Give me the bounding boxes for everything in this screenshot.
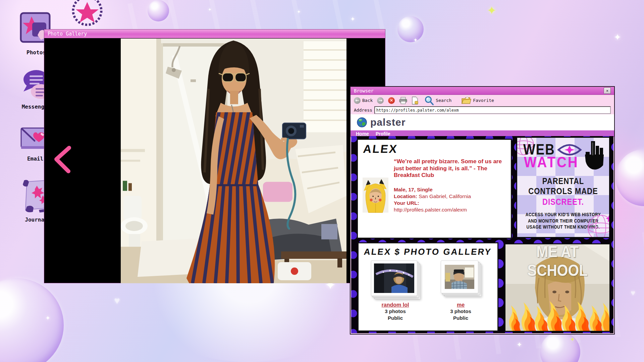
album-count: 3 photos: [367, 308, 424, 315]
album-cover-frame: [441, 260, 478, 293]
page-button[interactable]: [412, 97, 418, 105]
album-cover-frame: [371, 260, 417, 296]
profile-page: ALEX: [351, 136, 613, 333]
heart-decoration: ♥: [631, 288, 635, 298]
heart-decoration: ♥: [114, 295, 120, 306]
sparkle-decoration: ✦: [570, 337, 575, 342]
profile-info-line: Male, 17, Single: [394, 187, 432, 192]
back-label: Back: [362, 98, 373, 103]
sparkle-decoration: ✦: [208, 7, 212, 12]
sparkle-decoration: ✦: [297, 9, 301, 14]
album-link[interactable]: me: [457, 302, 465, 308]
globe-icon: [357, 117, 367, 128]
bubble-decoration: [148, 0, 169, 21]
site-brand[interactable]: palster: [370, 117, 406, 128]
album-visibility: Public: [432, 315, 489, 321]
address-input[interactable]: [374, 106, 611, 114]
bubble-decoration: [397, 16, 424, 42]
album-random-lol: random lol 3 photos Public: [367, 260, 424, 321]
gallery-title: ALEX $ PHOTO GALLERY: [363, 247, 494, 257]
ad-headline: PARENTAL CONTROLS MADE DISCREET.: [520, 176, 606, 206]
forward-button[interactable]: →: [377, 97, 384, 104]
back-icon: ←: [354, 97, 361, 104]
stop-button[interactable]: ✕: [388, 97, 395, 104]
search-label: Search: [436, 98, 451, 103]
url-value[interactable]: http://profiles.palster.com/alexm: [394, 207, 467, 213]
ad-headline-accent: DISCREET.: [542, 196, 584, 206]
sparkle-decoration: ✦: [413, 38, 418, 43]
nav-home[interactable]: Home: [356, 131, 369, 136]
me-at-school-photo[interactable]: ME AT SCHOOL: [504, 243, 610, 332]
sparkle-decoration: ✦: [517, 341, 522, 348]
sparkle-decoration: ✦: [45, 315, 50, 321]
favorite-label: Favorite: [473, 98, 494, 103]
album-thumbnail-stack[interactable]: [371, 260, 420, 299]
profile-name: ALEX: [363, 142, 507, 156]
album-cover-photo: [374, 263, 414, 293]
browser-window: Browser ✕ ← Back → ✕: [350, 86, 615, 335]
printer-icon: [399, 97, 407, 104]
album-me: me 3 photos Public: [432, 260, 489, 321]
browser-toolbar: ← Back → ✕: [351, 95, 614, 106]
profile-quote: “We’re all pretty bizarre. Some of us ar…: [394, 158, 506, 179]
album-cover-photo: [445, 265, 474, 289]
url-label: Your URL:: [394, 200, 419, 206]
profile-card: ALEX: [357, 139, 512, 239]
search-button[interactable]: Search: [424, 96, 451, 106]
flames-decoration: [505, 301, 609, 331]
stop-icon: ✕: [388, 97, 395, 104]
album-count: 3 photos: [432, 308, 489, 315]
address-bar: Address: [351, 106, 614, 114]
close-button[interactable]: ✕: [604, 87, 611, 94]
site-header: palster: [351, 114, 614, 130]
webwatch-ad[interactable]: WEB WATCH: [516, 137, 610, 238]
wireframe-globe-icon: [586, 214, 610, 238]
photo-gallery-window: Photo Gallery: [44, 29, 385, 283]
browser-titlebar[interactable]: Browser ✕: [351, 87, 614, 95]
nav-profile[interactable]: Profile: [376, 131, 390, 136]
star-badge-icon: [69, 0, 106, 32]
hand-cursor-icon: [582, 140, 606, 171]
search-icon: [424, 96, 434, 106]
gallery-photo-mirror-selfie: [121, 39, 346, 283]
favorite-button[interactable]: Favorite: [461, 97, 494, 105]
print-button[interactable]: [399, 97, 407, 104]
address-label: Address: [354, 108, 372, 113]
back-button[interactable]: ← Back: [354, 97, 373, 104]
bubble-decoration: [0, 278, 64, 362]
forward-icon: →: [377, 97, 384, 104]
sparkle-decoration: ✦: [614, 33, 621, 42]
bubble-decoration: [615, 149, 644, 206]
album-thumbnail-stack[interactable]: [441, 260, 481, 299]
browser-title: Browser: [354, 88, 374, 94]
sparkle-decoration: ✦: [487, 5, 497, 16]
album-link[interactable]: random lol: [382, 302, 409, 308]
document-icon: [412, 97, 418, 105]
album-visibility: Public: [367, 315, 424, 321]
location-label: Location:: [394, 193, 417, 199]
school-photo-caption: ME AT SCHOOL: [505, 243, 609, 280]
folder-icon: [461, 97, 471, 105]
location-value: San Gabriel, California: [419, 193, 471, 199]
photo-gallery-titlebar[interactable]: Photo Gallery: [44, 29, 385, 38]
previous-photo-arrow[interactable]: [52, 145, 73, 173]
photo-gallery-title: Photo Gallery: [48, 31, 87, 37]
desktop-icon-star[interactable]: [62, 0, 112, 32]
profile-photo-pikachu-hoodie[interactable]: [363, 157, 388, 233]
photo-gallery-card: ALEX $ PHOTO GALLERY: [358, 242, 498, 331]
sparkle-decoration: ✦: [350, 16, 355, 22]
